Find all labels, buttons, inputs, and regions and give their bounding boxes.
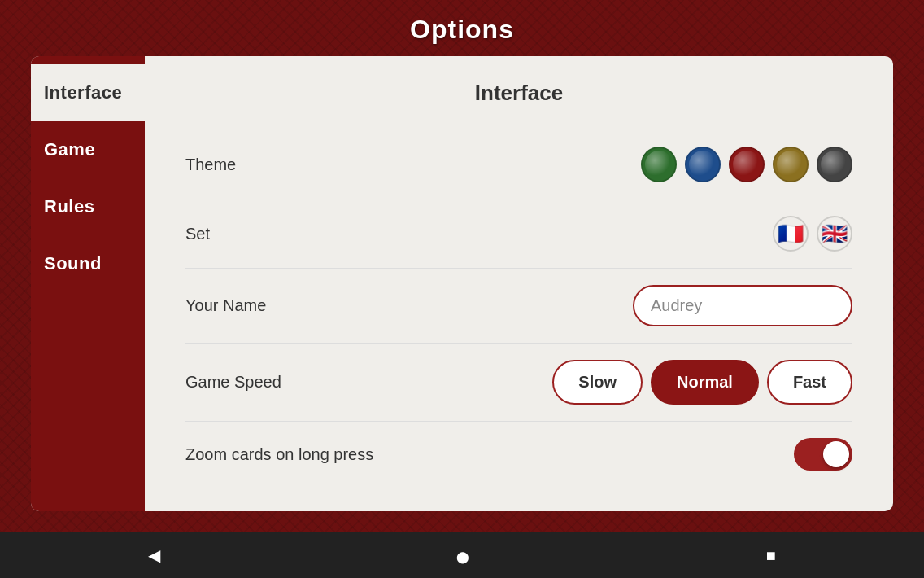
flag-english[interactable]: 🇬🇧 [817,216,852,252]
theme-blue[interactable] [685,147,721,182]
sidebar-item-sound[interactable]: Sound [31,235,145,292]
set-controls: 🇫🇷 🇬🇧 [773,216,852,252]
page-title: Options [410,15,514,45]
theme-controls [641,147,852,182]
theme-label: Theme [185,155,236,174]
zoom-controls [794,438,852,471]
toggle-track [794,438,852,471]
sidebar-item-interface[interactable]: Interface [31,64,145,121]
theme-dark[interactable] [817,147,852,182]
theme-olive[interactable] [773,147,808,182]
section-title: Interface [185,81,852,106]
zoom-row: Zoom cards on long press [185,422,852,487]
speed-controls: Slow Normal Fast [552,360,852,405]
toggle-thumb [823,441,849,467]
theme-green[interactable] [641,147,677,182]
name-label: Your Name [185,296,266,315]
zoom-toggle[interactable] [794,438,852,471]
main-container: Interface Game Rules Sound Interface The… [31,56,893,511]
speed-slow[interactable]: Slow [552,360,643,405]
speed-label: Game Speed [185,373,281,392]
speed-row: Game Speed Slow Normal Fast [185,344,852,422]
theme-row: Theme [185,130,852,199]
sidebar: Interface Game Rules Sound [31,56,145,511]
name-row: Your Name [185,269,852,344]
nav-home-button[interactable] [432,538,494,573]
theme-red[interactable] [729,147,765,182]
nav-recent-button[interactable] [742,538,800,573]
set-label: Set [185,225,210,243]
flag-french[interactable]: 🇫🇷 [773,216,808,252]
bottom-nav [0,532,924,578]
content-area: Interface Theme Set 🇫🇷 🇬🇧 Your Name [145,56,893,511]
sidebar-item-game[interactable]: Game [31,121,145,178]
speed-fast[interactable]: Fast [767,360,852,405]
zoom-label: Zoom cards on long press [185,445,373,464]
name-controls [633,285,852,326]
name-input[interactable] [633,285,852,326]
set-row: Set 🇫🇷 🇬🇧 [185,199,852,269]
sidebar-item-rules[interactable]: Rules [31,178,145,235]
speed-normal[interactable]: Normal [651,360,759,405]
nav-back-button[interactable] [124,537,185,573]
